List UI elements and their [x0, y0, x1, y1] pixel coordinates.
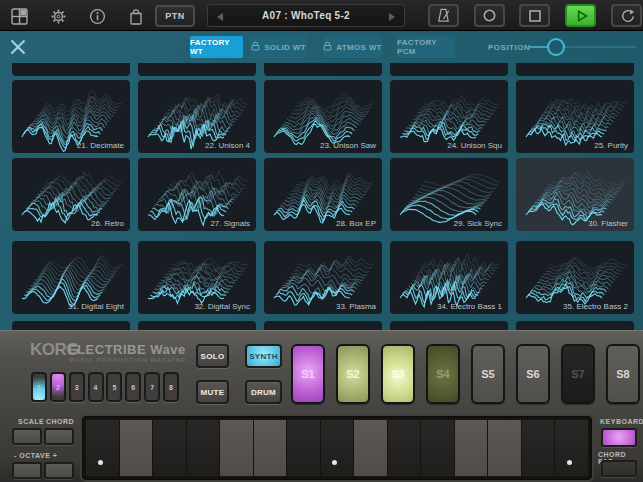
part-button-7[interactable]: 7 — [144, 372, 160, 402]
position-slider-knob[interactable] — [547, 38, 565, 56]
wavetable-item[interactable]: 21. Decimate — [12, 80, 130, 153]
wavetable-item-partial[interactable] — [264, 63, 382, 76]
keyboard-key-6[interactable] — [254, 420, 287, 476]
wavetable-item-label: 35. Electro Bass 2 — [563, 302, 628, 311]
window-layout-icon[interactable] — [10, 7, 28, 25]
octave-label: - OCTAVE + — [14, 452, 57, 459]
pad-s1[interactable]: S1 — [291, 344, 325, 404]
wavetable-item-partial[interactable] — [12, 63, 130, 76]
wavetable-item-partial[interactable] — [390, 63, 508, 76]
keyboard-key-11[interactable] — [421, 420, 454, 476]
scale-button[interactable] — [12, 428, 42, 445]
keyboard-key-4[interactable] — [187, 420, 220, 476]
keyboard-key-10[interactable] — [388, 420, 421, 476]
keyboard-mode-button[interactable] — [601, 428, 637, 447]
wavetable-item-label: 28. Box EP — [336, 219, 376, 228]
part-button-5[interactable]: 5 — [106, 372, 122, 402]
settings-gear-icon[interactable] — [49, 7, 67, 25]
wavetable-item-partial[interactable] — [516, 321, 634, 330]
keyboard-key-7[interactable] — [287, 420, 320, 476]
wavetable-item[interactable]: 24. Unison Squ — [390, 80, 508, 153]
wavetable-item[interactable]: 29. Sick Sync — [390, 158, 508, 231]
wavetable-item[interactable]: 33. Plasma — [264, 241, 382, 314]
keyboard-key-12[interactable] — [455, 420, 488, 476]
metronome-button[interactable] — [428, 4, 459, 27]
wavetable-item-label: 29. Sick Sync — [454, 219, 502, 228]
mute-label: MUTE — [201, 388, 225, 397]
stop-button[interactable] — [519, 4, 550, 27]
octave-down-button[interactable] — [12, 462, 42, 479]
keyboard-key-1[interactable] — [86, 420, 119, 476]
part-button-4[interactable]: 4 — [88, 372, 104, 402]
part-button-1[interactable]: 1 — [31, 372, 47, 402]
part-button-2[interactable]: 2 — [50, 372, 66, 402]
keyboard-key-8[interactable] — [321, 420, 354, 476]
ptn-button[interactable]: PTN — [155, 5, 195, 27]
wavetable-item[interactable]: 31. Digital Eight — [12, 241, 130, 314]
octave-up-button[interactable] — [44, 462, 74, 479]
wavetable-item-partial[interactable] — [138, 63, 256, 76]
wavetable-item[interactable]: 25. Purity — [516, 80, 634, 153]
keyboard-key-9[interactable] — [354, 420, 387, 476]
keyboard-key-15[interactable] — [555, 420, 588, 476]
drum-button[interactable]: DRUM — [245, 380, 282, 404]
part-button-6[interactable]: 6 — [125, 372, 141, 402]
pad-label: S3 — [391, 368, 404, 380]
pad-s8[interactable]: S8 — [606, 344, 640, 404]
wavetable-grid: 21. Decimate22. Unison 423. Unison Saw24… — [0, 63, 643, 330]
chord-button[interactable] — [44, 428, 74, 445]
close-button[interactable] — [9, 38, 27, 56]
tab-solid-wt[interactable]: SOLID WT — [250, 36, 307, 58]
wavetable-item[interactable]: 35. Electro Bass 2 — [516, 241, 634, 314]
loop-button[interactable] — [611, 4, 642, 27]
pad-label: S7 — [571, 368, 584, 380]
pattern-prev-arrow-icon[interactable] — [217, 13, 223, 21]
pad-s5[interactable]: S5 — [471, 344, 505, 404]
keyboard-key-3[interactable] — [153, 420, 186, 476]
pad-label: S1 — [301, 368, 314, 380]
pad-s7[interactable]: S7 — [561, 344, 595, 404]
part-button-3[interactable]: 3 — [69, 372, 85, 402]
part-button-label: 3 — [75, 384, 79, 391]
wavetable-item[interactable]: 28. Box EP — [264, 158, 382, 231]
tab-factory-wt[interactable]: FACTORY WT — [190, 36, 243, 58]
wavetable-item[interactable]: 26. Retro — [12, 158, 130, 231]
solo-button[interactable]: SOLO — [196, 344, 229, 368]
synth-button[interactable]: SYNTH — [245, 344, 282, 368]
play-button[interactable] — [565, 4, 596, 27]
scale-label: SCALE — [18, 418, 44, 425]
chord-pad-button[interactable] — [601, 460, 637, 477]
keyboard-key-5[interactable] — [220, 420, 253, 476]
wavetable-item-partial[interactable] — [390, 321, 508, 330]
mute-button[interactable]: MUTE — [196, 380, 229, 404]
info-icon[interactable] — [88, 7, 106, 25]
keyboard-key-2[interactable] — [120, 420, 153, 476]
record-button[interactable] — [474, 4, 505, 27]
wavetable-item-partial[interactable] — [138, 321, 256, 330]
part-button-8[interactable]: 8 — [163, 372, 179, 402]
wavetable-item[interactable]: 30. Flasher — [516, 158, 634, 231]
wavetable-item[interactable]: 22. Unison 4 — [138, 80, 256, 153]
wavetable-item-partial[interactable] — [264, 321, 382, 330]
pattern-selector[interactable]: A07 : WhoTeq 5-2 — [207, 4, 405, 27]
wavetable-item[interactable]: 32. Digital Sync — [138, 241, 256, 314]
wavetable-item-partial[interactable] — [12, 321, 130, 330]
record-circle-icon — [482, 8, 497, 23]
pad-s2[interactable]: S2 — [336, 344, 370, 404]
keyboard-key-14[interactable] — [522, 420, 555, 476]
wavetable-item[interactable]: 27. Signals — [138, 158, 256, 231]
pad-s6[interactable]: S6 — [516, 344, 550, 404]
pattern-next-arrow-icon[interactable] — [389, 13, 395, 21]
stop-square-icon — [528, 9, 542, 23]
wavetable-item[interactable]: 34. Electro Bass 1 — [390, 241, 508, 314]
tab-atmos-wt[interactable]: ATMOS WT — [323, 36, 382, 58]
wavetable-item-partial[interactable] — [516, 63, 634, 76]
wavetable-item[interactable]: 23. Unison Saw — [264, 80, 382, 153]
tab-factory-pcm[interactable]: FACTORY PCM — [397, 36, 455, 58]
wavetable-item-label: 30. Flasher — [588, 219, 628, 228]
keyboard-key-13[interactable] — [488, 420, 521, 476]
pad-s3[interactable]: S3 — [381, 344, 415, 404]
position-slider-track[interactable] — [556, 46, 636, 48]
shop-bag-icon[interactable] — [127, 7, 145, 25]
pad-s4[interactable]: S4 — [426, 344, 460, 404]
